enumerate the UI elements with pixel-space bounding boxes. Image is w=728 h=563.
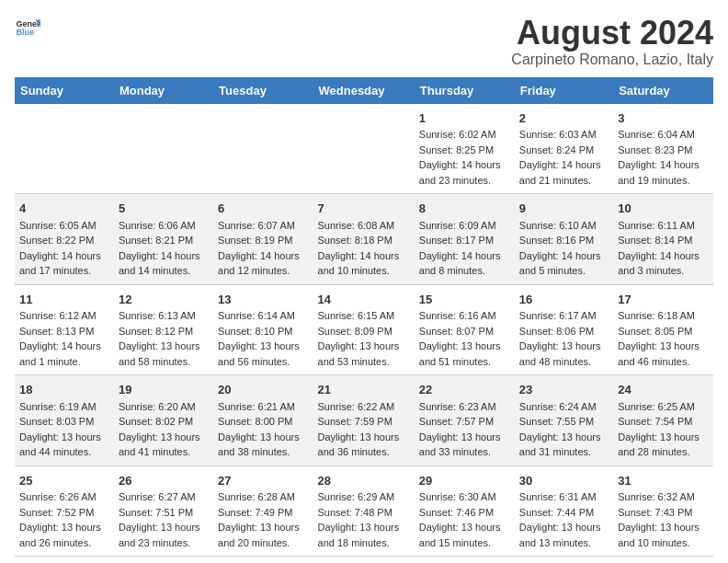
calendar-cell: 16Sunrise: 6:17 AM Sunset: 8:06 PM Dayli… [515, 284, 613, 375]
month-year: August 2024 [511, 15, 713, 52]
calendar-week-row: 25Sunrise: 6:26 AM Sunset: 7:52 PM Dayli… [15, 465, 713, 557]
page-header: General Blue August 2024 Carpineto Roman… [15, 15, 713, 68]
day-number: 17 [618, 291, 709, 309]
day-number: 7 [318, 200, 410, 218]
logo-icon: General Blue [15, 15, 40, 40]
calendar-cell: 8Sunrise: 6:09 AM Sunset: 8:17 PM Daylig… [415, 194, 515, 285]
calendar-cell [313, 104, 415, 194]
logo: General Blue [15, 15, 40, 40]
calendar-week-row: 1Sunrise: 6:02 AM Sunset: 8:25 PM Daylig… [15, 104, 713, 194]
calendar-cell: 19Sunrise: 6:20 AM Sunset: 8:02 PM Dayli… [114, 375, 213, 466]
calendar-cell: 30Sunrise: 6:31 AM Sunset: 7:44 PM Dayli… [515, 465, 613, 557]
calendar-cell: 4Sunrise: 6:05 AM Sunset: 8:22 PM Daylig… [15, 194, 114, 285]
day-of-week-header: Sunday [15, 77, 114, 104]
location: Carpineto Romano, Lazio, Italy [511, 52, 713, 68]
calendar-cell: 7Sunrise: 6:08 AM Sunset: 8:18 PM Daylig… [313, 194, 415, 285]
cell-content: Sunrise: 6:09 AM Sunset: 8:17 PM Dayligh… [419, 218, 510, 279]
cell-content: Sunrise: 6:26 AM Sunset: 7:52 PM Dayligh… [19, 489, 109, 550]
calendar-table: SundayMondayTuesdayWednesdayThursdayFrid… [15, 77, 713, 557]
svg-text:Blue: Blue [16, 28, 34, 37]
day-of-week-header: Thursday [415, 77, 515, 104]
day-number: 27 [218, 472, 308, 490]
day-number: 3 [618, 109, 709, 128]
calendar-cell [114, 104, 213, 194]
cell-content: Sunrise: 6:17 AM Sunset: 8:06 PM Dayligh… [519, 308, 609, 369]
day-number: 9 [519, 200, 609, 218]
calendar-cell: 28Sunrise: 6:29 AM Sunset: 7:48 PM Dayli… [313, 465, 415, 557]
day-of-week-header: Friday [515, 77, 613, 104]
calendar-cell: 2Sunrise: 6:03 AM Sunset: 8:24 PM Daylig… [515, 104, 613, 194]
calendar-header-row: SundayMondayTuesdayWednesdayThursdayFrid… [15, 77, 713, 104]
cell-content: Sunrise: 6:22 AM Sunset: 7:59 PM Dayligh… [318, 399, 410, 460]
cell-content: Sunrise: 6:30 AM Sunset: 7:46 PM Dayligh… [419, 489, 510, 550]
day-number: 19 [119, 381, 209, 399]
calendar-cell: 25Sunrise: 6:26 AM Sunset: 7:52 PM Dayli… [15, 465, 114, 557]
day-number: 31 [618, 472, 709, 490]
day-number: 21 [318, 381, 410, 399]
day-number: 29 [419, 472, 510, 490]
cell-content: Sunrise: 6:12 AM Sunset: 8:13 PM Dayligh… [19, 308, 109, 369]
title-block: August 2024 Carpineto Romano, Lazio, Ita… [511, 15, 713, 68]
cell-content: Sunrise: 6:29 AM Sunset: 7:48 PM Dayligh… [318, 489, 410, 550]
day-number: 30 [519, 472, 609, 490]
calendar-cell: 14Sunrise: 6:15 AM Sunset: 8:09 PM Dayli… [313, 284, 415, 375]
calendar-cell: 24Sunrise: 6:25 AM Sunset: 7:54 PM Dayli… [613, 375, 713, 466]
day-number: 23 [519, 381, 609, 399]
calendar-cell [15, 104, 114, 194]
calendar-cell: 13Sunrise: 6:14 AM Sunset: 8:10 PM Dayli… [213, 284, 313, 375]
calendar-week-row: 11Sunrise: 6:12 AM Sunset: 8:13 PM Dayli… [15, 284, 713, 375]
day-number: 26 [119, 472, 209, 490]
cell-content: Sunrise: 6:05 AM Sunset: 8:22 PM Dayligh… [19, 218, 109, 279]
day-of-week-header: Monday [114, 77, 213, 104]
calendar-cell: 10Sunrise: 6:11 AM Sunset: 8:14 PM Dayli… [613, 194, 713, 285]
calendar-cell: 6Sunrise: 6:07 AM Sunset: 8:19 PM Daylig… [213, 194, 313, 285]
calendar-cell: 21Sunrise: 6:22 AM Sunset: 7:59 PM Dayli… [313, 375, 415, 466]
cell-content: Sunrise: 6:24 AM Sunset: 7:55 PM Dayligh… [519, 399, 609, 460]
day-number: 18 [19, 381, 109, 399]
cell-content: Sunrise: 6:14 AM Sunset: 8:10 PM Dayligh… [218, 308, 308, 369]
day-number: 8 [419, 200, 510, 218]
cell-content: Sunrise: 6:04 AM Sunset: 8:23 PM Dayligh… [618, 127, 709, 188]
calendar-cell: 18Sunrise: 6:19 AM Sunset: 8:03 PM Dayli… [15, 375, 114, 466]
calendar-week-row: 18Sunrise: 6:19 AM Sunset: 8:03 PM Dayli… [15, 375, 713, 466]
cell-content: Sunrise: 6:07 AM Sunset: 8:19 PM Dayligh… [218, 218, 308, 279]
calendar-cell: 3Sunrise: 6:04 AM Sunset: 8:23 PM Daylig… [613, 104, 713, 194]
day-number: 24 [618, 381, 709, 399]
day-of-week-header: Wednesday [313, 77, 415, 104]
calendar-cell: 12Sunrise: 6:13 AM Sunset: 8:12 PM Dayli… [114, 284, 213, 375]
day-number: 4 [19, 200, 109, 218]
cell-content: Sunrise: 6:10 AM Sunset: 8:16 PM Dayligh… [519, 218, 609, 279]
cell-content: Sunrise: 6:18 AM Sunset: 8:05 PM Dayligh… [618, 308, 709, 369]
calendar-week-row: 4Sunrise: 6:05 AM Sunset: 8:22 PM Daylig… [15, 194, 713, 285]
cell-content: Sunrise: 6:08 AM Sunset: 8:18 PM Dayligh… [318, 218, 410, 279]
day-number: 1 [419, 109, 510, 128]
cell-content: Sunrise: 6:23 AM Sunset: 7:57 PM Dayligh… [419, 399, 510, 460]
cell-content: Sunrise: 6:06 AM Sunset: 8:21 PM Dayligh… [119, 218, 209, 279]
day-number: 10 [618, 200, 709, 218]
calendar-cell: 15Sunrise: 6:16 AM Sunset: 8:07 PM Dayli… [415, 284, 515, 375]
day-number: 28 [318, 472, 410, 490]
calendar-cell: 1Sunrise: 6:02 AM Sunset: 8:25 PM Daylig… [415, 104, 515, 194]
cell-content: Sunrise: 6:25 AM Sunset: 7:54 PM Dayligh… [618, 399, 709, 460]
cell-content: Sunrise: 6:28 AM Sunset: 7:49 PM Dayligh… [218, 489, 308, 550]
calendar-cell: 23Sunrise: 6:24 AM Sunset: 7:55 PM Dayli… [515, 375, 613, 466]
day-number: 25 [19, 472, 109, 490]
calendar-cell: 9Sunrise: 6:10 AM Sunset: 8:16 PM Daylig… [515, 194, 613, 285]
day-number: 2 [519, 109, 609, 128]
calendar-cell: 22Sunrise: 6:23 AM Sunset: 7:57 PM Dayli… [415, 375, 515, 466]
day-number: 16 [519, 291, 609, 309]
cell-content: Sunrise: 6:16 AM Sunset: 8:07 PM Dayligh… [419, 308, 510, 369]
day-of-week-header: Saturday [613, 77, 713, 104]
cell-content: Sunrise: 6:13 AM Sunset: 8:12 PM Dayligh… [119, 308, 209, 369]
day-number: 15 [419, 291, 510, 309]
cell-content: Sunrise: 6:19 AM Sunset: 8:03 PM Dayligh… [19, 399, 109, 460]
day-number: 5 [119, 200, 209, 218]
cell-content: Sunrise: 6:20 AM Sunset: 8:02 PM Dayligh… [119, 399, 209, 460]
calendar-cell [213, 104, 313, 194]
calendar-cell: 11Sunrise: 6:12 AM Sunset: 8:13 PM Dayli… [15, 284, 114, 375]
cell-content: Sunrise: 6:11 AM Sunset: 8:14 PM Dayligh… [618, 218, 709, 279]
calendar-cell: 17Sunrise: 6:18 AM Sunset: 8:05 PM Dayli… [613, 284, 713, 375]
cell-content: Sunrise: 6:31 AM Sunset: 7:44 PM Dayligh… [519, 489, 609, 550]
day-number: 13 [218, 291, 308, 309]
calendar-cell: 29Sunrise: 6:30 AM Sunset: 7:46 PM Dayli… [415, 465, 515, 557]
